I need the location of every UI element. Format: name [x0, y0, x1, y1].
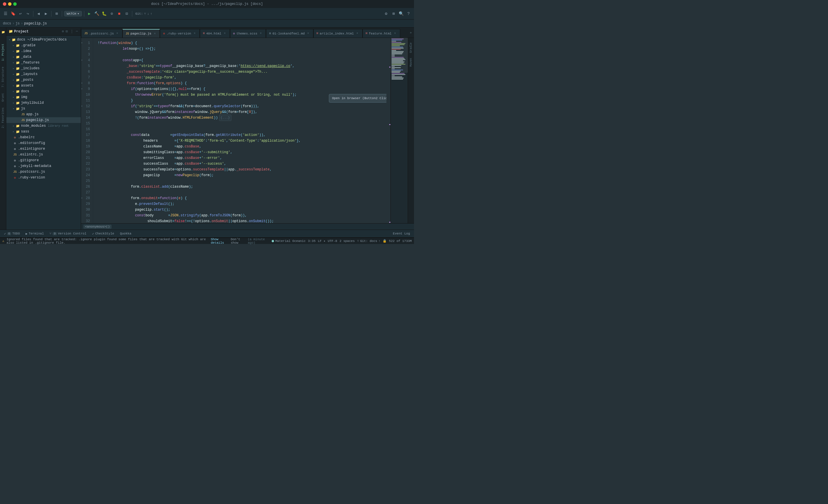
bottom-tab-quokka[interactable]: Quokka	[117, 230, 134, 237]
coverage-icon[interactable]: ⊙	[109, 11, 115, 17]
breadcrumb-pageclip[interactable]: pageclip.js	[24, 21, 47, 26]
tree-item-docs[interactable]: ▸ 📁 docs	[6, 89, 81, 94]
status-lock[interactable]: 🔒	[383, 239, 387, 243]
bottom-tab-checkstyle[interactable]: ✓ CheckStyle	[89, 230, 117, 237]
tab-postcssrc[interactable]: JS .postcssrc.js ×	[81, 29, 122, 38]
project-panel-label[interactable]: 1: Project	[1, 41, 5, 63]
tab-ruby-close[interactable]: ×	[193, 32, 197, 36]
sidebar-sync-icon[interactable]: ⊡	[65, 29, 69, 34]
tree-item-assets[interactable]: ▸ 📁 assets	[6, 83, 81, 89]
more-tabs-button[interactable]: »	[407, 31, 414, 35]
status-theme[interactable]: Material Oceanic	[272, 239, 305, 243]
fold-28-icon[interactable]: ▾	[81, 195, 83, 201]
tab-404-close[interactable]: ×	[223, 32, 227, 36]
tree-item-gradle[interactable]: ▸ 📁 .gradle	[6, 43, 81, 48]
redo-icon[interactable]: ↪	[25, 11, 31, 17]
status-indent[interactable]: 2 spaces	[339, 239, 355, 243]
tab-pageclip[interactable]: JS pageclip.js ×	[122, 29, 160, 38]
back-icon[interactable]: ◀	[35, 11, 42, 17]
tree-item-sass[interactable]: ▸ 📁 sass	[6, 129, 81, 134]
maximize-button[interactable]	[13, 2, 17, 6]
bottom-tab-todo[interactable]: ✓ 6 TODO	[1, 230, 23, 237]
tree-item-babelrc[interactable]: ⊙ .babelrc	[6, 134, 81, 140]
tab-themes[interactable]: ⊙ themes.scss ×	[230, 29, 266, 38]
tree-item-posts[interactable]: ▸ 📁 _posts	[6, 77, 81, 83]
tab-postcssrc-close[interactable]: ×	[115, 32, 119, 36]
breadcrumb-js[interactable]: js	[15, 21, 19, 26]
tab-404[interactable]: H 404.html ×	[200, 29, 230, 38]
forward-icon[interactable]: ▶	[43, 11, 49, 17]
maven-panel-label[interactable]: Maven	[409, 56, 413, 69]
undo-icon[interactable]: ↩	[17, 11, 24, 17]
status-git[interactable]: ⑂ Git: docs ↑	[357, 239, 380, 243]
project-view-icon[interactable]: ☰	[2, 11, 9, 17]
tree-item-data[interactable]: ▸ 📁 _data	[6, 54, 81, 60]
tree-item-eslintignore[interactable]: ⊙ .eslintignore	[6, 146, 81, 152]
tree-item-features[interactable]: ▸ 📁 _features	[6, 60, 81, 65]
status-lineending[interactable]: LF ✦	[318, 239, 325, 243]
tab-feature[interactable]: H feature.html ×	[363, 29, 400, 38]
stop-icon[interactable]: ■	[116, 11, 122, 17]
git-button[interactable]: Git: ⑂ ↓ ↑	[134, 11, 154, 16]
tab-themes-close[interactable]: ×	[259, 32, 263, 36]
tree-item-eslintrc[interactable]: JS .eslintrc.js	[6, 152, 81, 157]
fold-12-icon[interactable]: ▾	[81, 103, 83, 109]
structure-panel-label[interactable]: 7: Structure	[1, 64, 5, 90]
settings-icon[interactable]: ⚙	[383, 11, 389, 17]
tree-item-pageclipjs[interactable]: ▸ JS pageclip.js	[6, 117, 81, 123]
fold-4-icon[interactable]: ▾	[81, 57, 83, 63]
tree-item-jekyllbuild[interactable]: ▸ 📁 jekyllbuild	[6, 100, 81, 106]
tab-pageclip-close[interactable]: ×	[153, 32, 157, 36]
status-encoding[interactable]: UTF-8	[328, 239, 337, 243]
tree-item-jekyllmeta[interactable]: ⊙ .jekyll-metadata	[6, 163, 81, 169]
tab-lookandfeel-close[interactable]: ×	[306, 32, 310, 36]
tab-article-close[interactable]: ×	[355, 32, 359, 36]
tree-item-includes[interactable]: ▸ 📁 _includes	[6, 65, 81, 71]
grunt-panel-label[interactable]: Grunt	[1, 91, 5, 104]
project-icon[interactable]: 📁	[0, 29, 7, 36]
bottom-tab-terminal[interactable]: ▶ Terminal	[23, 230, 47, 237]
tree-item-js[interactable]: ▾ 📁 js	[6, 106, 81, 111]
profile-icon[interactable]: ⊡	[124, 11, 130, 17]
tab-feature-close[interactable]: ×	[393, 32, 397, 36]
tree-item-img[interactable]: ▸ 📁 img	[6, 94, 81, 100]
show-details-link[interactable]: Show details	[211, 238, 229, 244]
tab-lookandfeel[interactable]: M 01-lookandfeel.md ×	[266, 29, 314, 38]
layout-icon[interactable]: ⊞	[390, 11, 397, 17]
tree-item-idea[interactable]: ▸ 📁 .idea	[6, 48, 81, 54]
status-position[interactable]: 3:35	[308, 239, 316, 243]
tree-item-editorconfig[interactable]: ⊙ .editorconfig	[6, 140, 81, 146]
build-icon[interactable]: 🔨	[94, 11, 100, 17]
fold-collapsed-14[interactable]: {...}	[219, 114, 232, 121]
tree-item-appjs[interactable]: ▸ JS app.js	[6, 111, 81, 117]
gradle-panel-label[interactable]: Gradle	[409, 40, 413, 55]
bottom-tab-eventlog[interactable]: Event Log	[390, 230, 413, 237]
status-linecount[interactable]: 522 of 1733M	[389, 239, 412, 243]
status-warning-text[interactable]: Ignored files found that are tracked: .i…	[7, 238, 268, 244]
sidebar-minimize-icon[interactable]: —	[75, 29, 79, 34]
fold-8-icon[interactable]: ▾	[81, 81, 83, 86]
fold-1-icon[interactable]: ▾	[81, 40, 83, 46]
bottom-tab-vcs[interactable]: ⑂ 9 Version Control	[47, 230, 89, 237]
tree-root[interactable]: ▾ 📁 docs ~/IdeaProjects/docs	[6, 37, 81, 43]
tree-item-ruby[interactable]: ⊙ .ruby-version	[6, 175, 81, 180]
fold-9-icon[interactable]: ▾	[81, 86, 83, 92]
tree-item-layouts[interactable]: ▸ 📁 _layouts	[6, 71, 81, 77]
minimize-button[interactable]	[8, 2, 11, 6]
help-icon[interactable]: ?	[405, 11, 412, 17]
tree-item-gitignore[interactable]: ⊙ .gitignore	[6, 157, 81, 163]
tree-item-postcssrc[interactable]: JS .postcssrc.js	[6, 169, 81, 175]
dont-show-link[interactable]: Don't show	[231, 238, 245, 244]
debug-icon[interactable]: 🐛	[101, 11, 108, 17]
sidebar-gear-icon[interactable]: ⋮	[70, 29, 74, 34]
watch-button[interactable]: WATCH ▾	[64, 11, 82, 16]
run-icon[interactable]: ▶	[86, 11, 92, 17]
tab-article[interactable]: H article_index.html ×	[314, 29, 363, 38]
search-everywhere-icon[interactable]: 🔍	[398, 11, 404, 17]
bookmark-icon[interactable]: 🔖	[10, 11, 16, 17]
close-button[interactable]	[3, 2, 6, 6]
tab-ruby[interactable]: ⊙ .ruby-version ×	[160, 29, 200, 38]
favorites-panel-label[interactable]: 2: Favorites	[1, 105, 5, 131]
bookmark2-icon[interactable]: ⊞	[53, 11, 60, 17]
tree-item-nodemodules[interactable]: ▸ 📁 node_modules library root	[6, 123, 81, 129]
